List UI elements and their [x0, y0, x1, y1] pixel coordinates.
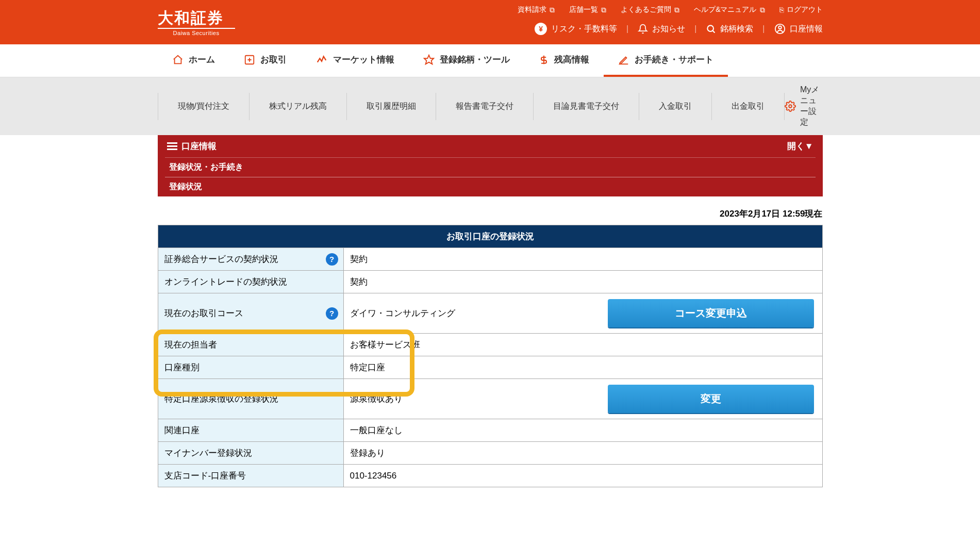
subnav-item[interactable]: 目論見書電子交付	[534, 93, 639, 120]
timestamp: 2023年2月17日 12:59現在	[158, 196, 823, 225]
breadcrumb-line: 登録状況・お手続き	[165, 157, 816, 177]
table-row: 支店コード-口座番号 010-123456	[158, 465, 822, 487]
tab-balance[interactable]: 残高情報	[524, 44, 604, 77]
svg-line-1	[713, 31, 715, 33]
chart-icon	[315, 54, 328, 65]
subnav-item[interactable]: 出金取引	[712, 93, 785, 120]
course-change-button[interactable]: コース変更申込	[608, 299, 814, 327]
brand-logo[interactable]: 大和証券 Daiwa Securities	[114, 0, 235, 44]
table-row: 証券総合サービスの契約状況? 契約	[158, 248, 822, 271]
pencil-icon	[618, 54, 629, 65]
subnav-item[interactable]: 取引履歴明細	[347, 93, 436, 120]
link-tenpo[interactable]: 店舗一覧⧉	[569, 5, 606, 14]
svg-marker-5	[424, 55, 433, 63]
svg-rect-8	[167, 145, 177, 147]
subnav-item[interactable]: 現物/買付注文	[158, 93, 250, 120]
menu-search[interactable]: 銘柄検索	[706, 24, 753, 35]
logout-icon: ⎘	[779, 6, 784, 14]
menu-account[interactable]: 口座情報	[774, 23, 823, 35]
gear-icon	[785, 101, 796, 112]
svg-point-0	[708, 25, 714, 31]
dollar-icon	[539, 54, 549, 65]
hamburger-icon	[167, 142, 177, 151]
bell-icon	[638, 24, 648, 34]
search-icon	[706, 24, 716, 34]
svg-point-6	[789, 105, 792, 108]
table-row: 現在のお取引コース? ダイワ・コンサルティング コース変更申込	[158, 293, 822, 334]
menu-risk[interactable]: ¥ リスク・手数料等	[535, 23, 617, 35]
subnav-item[interactable]: 入金取引	[639, 93, 712, 120]
user-icon	[774, 23, 786, 35]
external-icon: ⧉	[550, 6, 555, 14]
tab-home[interactable]: ホーム	[158, 44, 229, 77]
menu-notice[interactable]: お知らせ	[638, 24, 685, 35]
change-button[interactable]: 変更	[608, 385, 814, 413]
strip-title: 口座情報	[181, 140, 217, 152]
svg-rect-9	[167, 149, 177, 150]
table-row: オンライントレードの契約状況 契約	[158, 271, 822, 293]
strip-expand-button[interactable]: 開く▼	[787, 140, 813, 152]
external-icon: ⧉	[760, 6, 765, 14]
link-faq[interactable]: よくあるご質問⧉	[621, 5, 679, 14]
tab-market[interactable]: マーケット情報	[301, 44, 409, 77]
account-info-strip: 口座情報 開く▼ 登録状況・お手続き 登録状況	[158, 135, 823, 196]
table-row: 口座種別 特定口座	[158, 356, 822, 379]
external-icon: ⧉	[601, 6, 606, 14]
link-help[interactable]: ヘルプ&マニュアル⧉	[694, 5, 765, 14]
tab-trade[interactable]: お取引	[229, 44, 301, 77]
help-icon[interactable]: ?	[326, 307, 338, 320]
table-row: 関連口座 一般口座なし	[158, 419, 822, 442]
help-icon[interactable]: ?	[326, 253, 338, 266]
subnav-item[interactable]: 報告書電子交付	[436, 93, 534, 120]
table-title: お取引口座の登録状況	[158, 225, 822, 248]
table-row: マイナンバー登録状況 登録あり	[158, 442, 822, 465]
trade-icon	[244, 54, 255, 65]
registration-status-table: お取引口座の登録状況 証券総合サービスの契約状況? 契約 オンライントレードの契…	[158, 225, 823, 487]
yen-icon: ¥	[535, 23, 547, 35]
link-logout[interactable]: ⎘ログアウト	[779, 5, 823, 14]
table-row: 特定口座源泉徴収の登録状況 源泉徴収あり 変更	[158, 379, 822, 419]
home-icon	[172, 54, 184, 65]
star-icon	[423, 54, 435, 65]
mymenu-button[interactable]: Myメニュー設定	[785, 77, 823, 135]
external-icon: ⧉	[674, 6, 679, 14]
subnav-item[interactable]: 株式リアル残高	[250, 93, 347, 120]
link-shiryou[interactable]: 資料請求⧉	[518, 5, 555, 14]
table-row: 現在の担当者 お客様サービス班	[158, 334, 822, 356]
tab-saved[interactable]: 登録銘柄・ツール	[409, 44, 524, 77]
svg-point-3	[778, 26, 782, 29]
svg-rect-7	[167, 142, 177, 144]
breadcrumb-line: 登録状況	[165, 177, 816, 196]
tab-support[interactable]: お手続き・サポート	[604, 44, 728, 77]
